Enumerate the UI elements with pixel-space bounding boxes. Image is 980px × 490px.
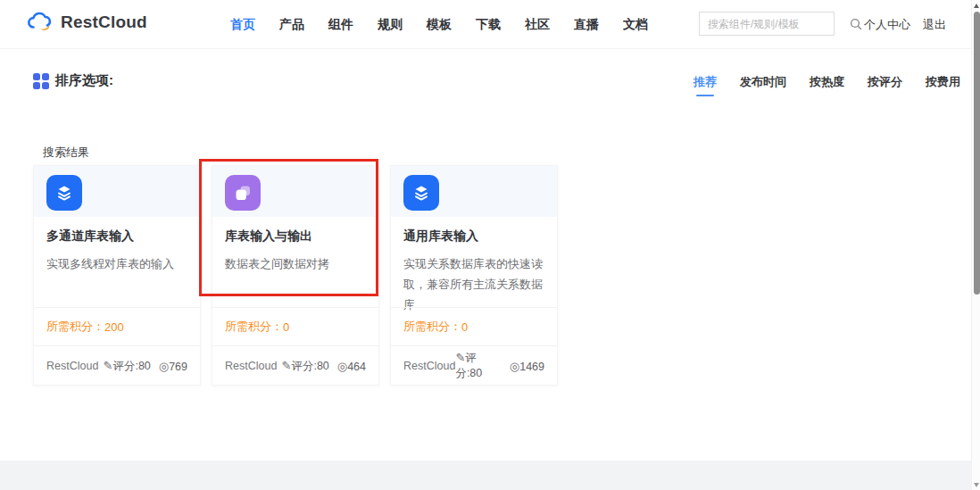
card-icon-area bbox=[212, 166, 378, 217]
card-footer: RestCloud ✎评分:80 ◎1469 bbox=[391, 346, 557, 386]
user-links: 个人中心 退出 bbox=[864, 0, 946, 49]
card-body: 库表输入与输出 数据表之间数据对拷 bbox=[212, 217, 378, 275]
pencil-icon: ✎ bbox=[104, 359, 113, 372]
nav-item-community[interactable]: 社区 bbox=[525, 17, 550, 33]
card-title: 库表输入与输出 bbox=[225, 228, 366, 245]
sort-tabs: 推荐 发布时间 按热度 按评分 按费用 bbox=[693, 74, 960, 96]
card-description: 实现多线程对库表的输入 bbox=[46, 254, 187, 275]
nav-item-templates[interactable]: 模板 bbox=[427, 17, 452, 33]
card-body: 多通道库表输入 实现多线程对库表的输入 bbox=[34, 217, 200, 275]
brand-logo[interactable]: RestCloud bbox=[27, 12, 147, 32]
card-title: 多通道库表输入 bbox=[46, 228, 187, 245]
pencil-icon: ✎ bbox=[282, 359, 292, 372]
points-value: 200 bbox=[104, 320, 124, 334]
sort-options-row: 排序选项: 推荐 发布时间 按热度 按评分 按费用 bbox=[0, 70, 971, 96]
grid-icon bbox=[33, 73, 48, 88]
nav-item-docs[interactable]: 文档 bbox=[623, 17, 648, 33]
database-stack-icon bbox=[403, 175, 439, 211]
component-card-table-input-output[interactable]: 库表输入与输出 数据表之间数据对拷 所需积分： 0 RestCloud ✎评分:… bbox=[212, 165, 379, 386]
scrollbar-down-arrow-icon[interactable] bbox=[973, 481, 980, 488]
nav-item-live[interactable]: 直播 bbox=[574, 17, 599, 33]
rating-stat: ✎评分:80 bbox=[455, 351, 501, 381]
eye-icon: ◎ bbox=[510, 360, 519, 373]
points-label: 所需积分： bbox=[403, 319, 461, 335]
nav-item-products[interactable]: 产品 bbox=[279, 17, 304, 33]
views-stat: ◎769 bbox=[159, 360, 187, 373]
vendor-name: RestCloud bbox=[225, 360, 277, 372]
main-nav: 首页 产品 组件 规则 模板 下载 社区 直播 文档 bbox=[230, 0, 648, 49]
scrollbar-thumb[interactable] bbox=[974, 12, 980, 295]
card-body: 通用库表输入 实现关系数据库表的快速读取，兼容所有主流关系数据库 bbox=[391, 217, 557, 315]
card-icon-area bbox=[391, 166, 557, 217]
restcloud-marketplace-page: RestCloud 首页 产品 组件 规则 模板 下载 社区 直播 文档 个人中… bbox=[0, 0, 980, 490]
card-description: 实现关系数据库表的快速读取，兼容所有主流关系数据库 bbox=[403, 254, 544, 315]
card-meta: ✎评分:80 ◎464 bbox=[282, 359, 367, 374]
user-center-link[interactable]: 个人中心 bbox=[864, 17, 910, 33]
card-description: 数据表之间数据对拷 bbox=[225, 254, 366, 275]
sort-tab-publish-time[interactable]: 发布时间 bbox=[740, 74, 786, 96]
database-stack-icon bbox=[46, 175, 82, 211]
sort-options-label-group: 排序选项: bbox=[33, 72, 113, 89]
nav-item-rules[interactable]: 规则 bbox=[378, 17, 403, 33]
points-value: 0 bbox=[461, 320, 468, 334]
eye-icon: ◎ bbox=[337, 360, 347, 373]
sort-options-label: 排序选项: bbox=[55, 72, 113, 89]
card-footer: RestCloud ✎评分:80 ◎769 bbox=[34, 346, 200, 386]
component-card-multichannel-table-input[interactable]: 多通道库表输入 实现多线程对库表的输入 所需积分： 200 RestCloud … bbox=[33, 165, 201, 386]
nav-item-components[interactable]: 组件 bbox=[328, 17, 353, 33]
search-results-label: 搜索结果 bbox=[43, 145, 89, 161]
rating-stat: ✎评分:80 bbox=[282, 359, 329, 374]
points-label: 所需积分： bbox=[46, 319, 104, 335]
eye-icon: ◎ bbox=[159, 360, 169, 373]
active-tab-underline bbox=[696, 95, 714, 96]
scrollbar-up-arrow-icon[interactable] bbox=[973, 3, 980, 10]
copy-squares-icon bbox=[225, 175, 261, 211]
component-card-generic-table-input[interactable]: 通用库表输入 实现关系数据库表的快速读取，兼容所有主流关系数据库 所需积分： 0… bbox=[390, 165, 558, 386]
sort-tab-recommended[interactable]: 推荐 bbox=[693, 74, 717, 96]
card-icon-area bbox=[34, 166, 200, 217]
points-label: 所需积分： bbox=[225, 319, 283, 335]
card-title: 通用库表输入 bbox=[403, 228, 544, 245]
pencil-icon: ✎ bbox=[455, 351, 465, 364]
brand-name: RestCloud bbox=[61, 12, 147, 32]
nav-item-download[interactable]: 下载 bbox=[476, 17, 501, 33]
card-meta: ✎评分:80 ◎769 bbox=[104, 359, 188, 374]
required-points-row: 所需积分： 200 bbox=[34, 307, 200, 346]
rating-stat: ✎评分:80 bbox=[104, 359, 151, 374]
vendor-name: RestCloud bbox=[46, 360, 98, 372]
vendor-name: RestCloud bbox=[403, 360, 455, 372]
logout-link[interactable]: 退出 bbox=[923, 17, 946, 33]
points-value: 0 bbox=[283, 320, 289, 334]
card-meta: ✎评分:80 ◎1469 bbox=[455, 351, 544, 381]
views-stat: ◎464 bbox=[337, 360, 366, 373]
sort-tab-rating[interactable]: 按评分 bbox=[868, 74, 902, 96]
nav-item-home[interactable]: 首页 bbox=[230, 17, 255, 33]
top-header: RestCloud 首页 产品 组件 规则 模板 下载 社区 直播 文档 个人中… bbox=[0, 0, 971, 49]
required-points-row: 所需积分： 0 bbox=[391, 307, 557, 346]
vertical-scrollbar[interactable] bbox=[971, 0, 980, 490]
sort-tab-popularity[interactable]: 按热度 bbox=[810, 74, 844, 96]
card-footer: RestCloud ✎评分:80 ◎464 bbox=[212, 346, 378, 386]
sort-tab-cost[interactable]: 按费用 bbox=[926, 74, 960, 96]
required-points-row: 所需积分： 0 bbox=[212, 307, 378, 346]
header-search-box bbox=[699, 12, 835, 36]
cloud-logo-icon bbox=[27, 12, 54, 32]
bottom-strip bbox=[0, 461, 971, 490]
search-icon[interactable] bbox=[850, 12, 862, 35]
views-stat: ◎1469 bbox=[510, 360, 544, 373]
search-input[interactable] bbox=[700, 18, 850, 30]
